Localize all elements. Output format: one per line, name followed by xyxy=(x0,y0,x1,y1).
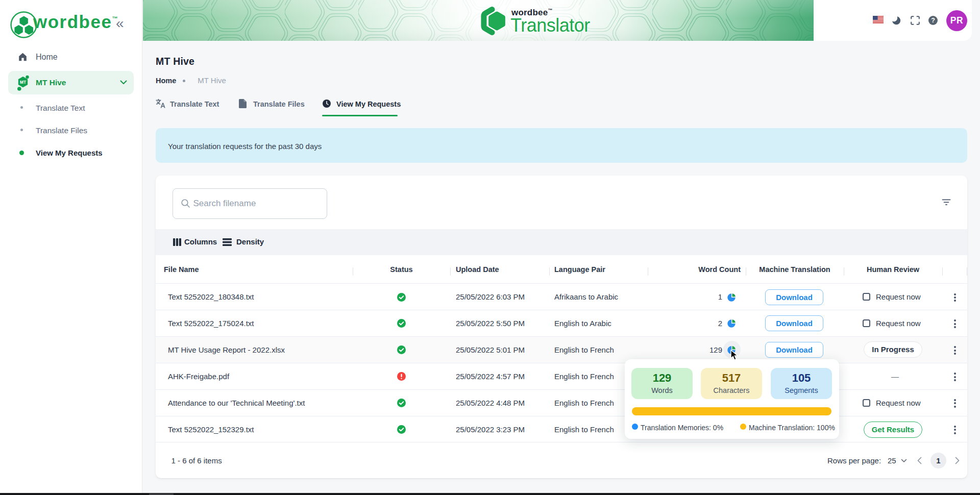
svg-text:?: ? xyxy=(931,17,935,24)
svg-text:MT: MT xyxy=(20,80,27,85)
